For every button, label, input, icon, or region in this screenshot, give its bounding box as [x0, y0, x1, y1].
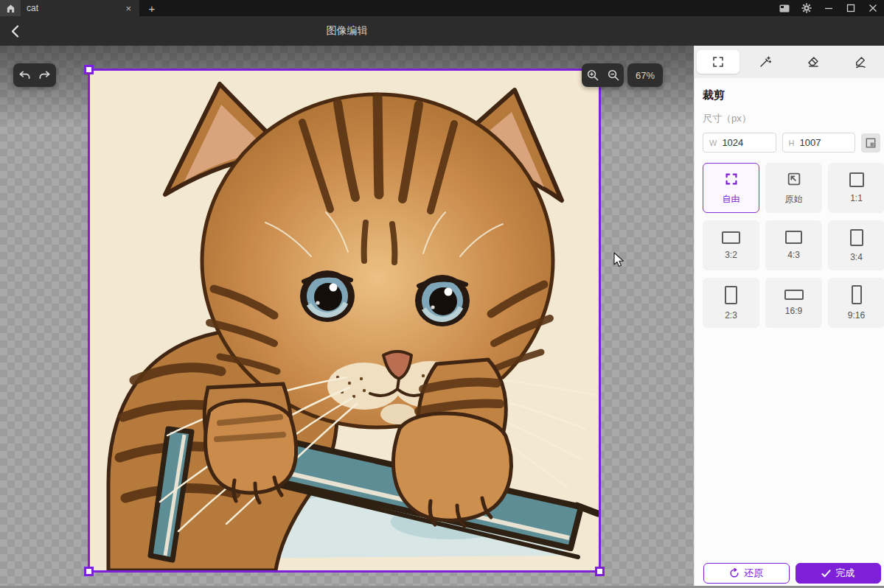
ratio-1-1-button[interactable]: 1:1 [828, 163, 884, 213]
ratio-label: 原始 [785, 193, 803, 206]
height-field[interactable]: H [782, 133, 856, 153]
marker-pen-icon [854, 55, 867, 69]
settings-button[interactable] [796, 0, 818, 16]
magic-wand-icon [759, 55, 772, 69]
ratio-label: 自由 [723, 193, 740, 206]
restore-label: 还原 [744, 567, 763, 580]
page-title: 图像编辑 [0, 24, 694, 38]
undo-redo-group [13, 63, 56, 87]
ratio-label: 1:1 [850, 193, 863, 203]
crop-handle-bottom-right[interactable] [595, 567, 605, 576]
undo-icon[interactable] [18, 70, 31, 81]
restore-button[interactable]: 还原 [703, 563, 790, 584]
capture-button[interactable] [773, 0, 796, 16]
maximize-button[interactable] [840, 0, 862, 16]
landscape-3-2-icon [722, 231, 740, 244]
crop-handle-bottom-left[interactable] [84, 567, 94, 576]
ratio-free-button[interactable]: 自由 [703, 163, 759, 213]
portrait-3-4-icon [850, 229, 863, 246]
aspect-lock-button[interactable] [861, 133, 880, 153]
ratio-4-3-button[interactable]: 4:3 [765, 220, 822, 270]
home-button[interactable] [0, 0, 21, 16]
width-field[interactable]: W [703, 133, 776, 153]
crop-section-title: 裁剪 [703, 88, 880, 102]
check-icon [821, 570, 831, 578]
tool-draw[interactable] [837, 46, 884, 78]
zoom-level-badge: 67% [627, 63, 663, 87]
titlebar: cat × + [0, 0, 884, 16]
capture-icon [779, 4, 790, 13]
panel-footer: 还原 完成 [703, 563, 881, 584]
restore-icon [729, 568, 739, 578]
free-ratio-icon [723, 171, 739, 187]
eraser-icon [807, 55, 820, 69]
crop-tool-icon [711, 55, 725, 69]
height-field-label: H [789, 139, 795, 147]
ratio-label: 16:9 [785, 306, 802, 316]
home-icon [6, 4, 15, 13]
ratio-label: 9:16 [848, 310, 865, 321]
tool-eraser[interactable] [790, 46, 837, 78]
crop-panel: 裁剪 尺寸（px） W H [694, 46, 884, 588]
tall-9-16-icon [852, 285, 862, 304]
ratio-original-button[interactable]: 原始 [765, 163, 822, 213]
window-controls [773, 0, 884, 16]
cat-image [90, 71, 599, 570]
ratio-16-9-button[interactable]: 16:9 [765, 278, 822, 328]
new-tab-button[interactable]: + [139, 0, 164, 16]
landscape-4-3-icon [785, 231, 802, 244]
gear-icon [801, 3, 812, 13]
crop-handle-top-left[interactable] [84, 65, 94, 74]
done-label: 完成 [835, 567, 855, 580]
tab-cat[interactable]: cat × [21, 0, 139, 16]
aspect-ratio-grid: 自由 原始 1:1 3:2 [703, 163, 880, 328]
width-field-label: W [709, 139, 717, 147]
cat-illustration [90, 71, 599, 570]
aspect-lock-icon [866, 138, 876, 148]
ratio-9-16-button[interactable]: 9:16 [828, 278, 884, 328]
tab-title: cat [27, 3, 119, 13]
crop-region[interactable] [90, 71, 599, 570]
portrait-2-3-icon [725, 286, 737, 304]
ratio-label: 3:4 [850, 252, 863, 262]
size-label: 尺寸（px） [703, 112, 880, 125]
ratio-label: 4:3 [787, 250, 800, 260]
mouse-cursor [613, 252, 625, 268]
ratio-label: 2:3 [725, 310, 737, 321]
zoom-out-icon[interactable] [608, 69, 619, 81]
ratio-3-2-button[interactable]: 3:2 [703, 220, 759, 270]
tool-crop[interactable] [695, 46, 742, 78]
width-input[interactable] [722, 137, 765, 148]
square-ratio-icon [849, 172, 864, 187]
minimize-icon [824, 4, 833, 13]
original-ratio-icon [786, 171, 802, 187]
height-input[interactable] [799, 137, 842, 148]
close-window-button[interactable] [862, 0, 884, 16]
ratio-2-3-button[interactable]: 2:3 [703, 278, 759, 328]
ratio-label: 3:2 [725, 250, 737, 260]
tool-tabs [695, 46, 884, 78]
done-button[interactable]: 完成 [796, 563, 882, 584]
zoom-in-icon[interactable] [587, 69, 599, 81]
size-inputs-row: W H [703, 133, 880, 153]
minimize-button[interactable] [818, 0, 840, 16]
editor-header: 图像编辑 [0, 16, 884, 46]
wide-16-9-icon [784, 290, 804, 300]
tool-adjust[interactable] [742, 46, 789, 78]
edit-canvas[interactable]: 67% [0, 46, 694, 588]
zoom-controls [582, 63, 624, 87]
ratio-3-4-button[interactable]: 3:4 [828, 220, 884, 270]
maximize-icon [846, 4, 855, 13]
redo-icon[interactable] [38, 70, 51, 81]
close-icon [869, 4, 877, 13]
tab-close-icon[interactable]: × [123, 4, 133, 13]
